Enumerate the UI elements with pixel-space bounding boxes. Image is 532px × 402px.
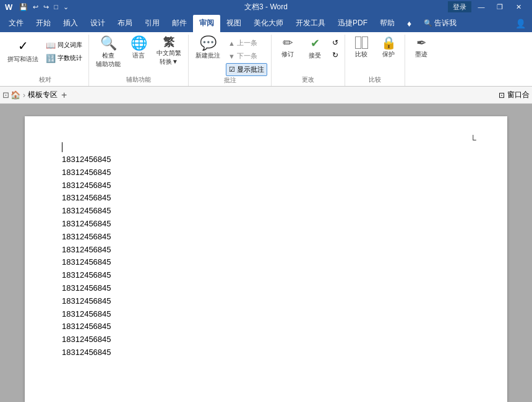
doc-line-8[interactable]: 18312456845 <box>62 244 470 257</box>
nav-back-icon[interactable]: ⊡ <box>2 90 9 100</box>
tab-user[interactable]: 👤 <box>509 15 532 32</box>
group-changes-label: 更改 <box>275 75 341 86</box>
doc-line-15[interactable]: 18312456845 <box>62 333 470 346</box>
tab-view[interactable]: 视图 <box>220 15 247 32</box>
tab-tellme[interactable]: 🔍告诉我 <box>418 15 463 32</box>
doc-line-10[interactable]: 18312456845 <box>62 269 470 282</box>
btn-accept[interactable]: ✔ 接受 <box>302 35 327 62</box>
ribbon-tabs: 文件 开始 插入 设计 布局 引用 邮件 审阅 视图 美化大师 开发工具 迅捷P… <box>0 14 532 32</box>
doc-content[interactable]: 18312456845 18312456845 18312456845 1831… <box>62 141 470 359</box>
btn-new-comment[interactable]: 💬 新建批注 <box>192 35 223 62</box>
qa-dropdown[interactable]: ⌄ <box>61 2 71 12</box>
btn-compare[interactable]: 比较 <box>349 35 374 61</box>
group-ink-content: ✒ 墨迹 <box>409 35 434 84</box>
title-bar: W 💾 ↩ ↪ □ ⌄ 文档3 - Word 登录 — ❐ ✕ <box>0 0 532 14</box>
text-cursor <box>62 142 62 152</box>
btn-simp-trad[interactable]: 繁 中文简繁转换▼ <box>153 35 184 68</box>
doc-line-14[interactable]: 18312456845 <box>62 320 470 333</box>
tab-mailing[interactable]: 邮件 <box>166 15 193 32</box>
qa-save[interactable]: 💾 <box>17 2 30 12</box>
btn-prev-comment[interactable]: ▲ 上一条 <box>226 37 267 49</box>
group-compare-content: 比较 🔒 保护 <box>349 35 401 75</box>
title-bar-title: 文档3 - Word <box>244 2 288 12</box>
group-accessibility-label: 辅助功能 <box>93 75 184 86</box>
btn-language[interactable]: 🌐 语言 <box>126 35 151 62</box>
btn-ink[interactable]: ✒ 墨迹 <box>409 35 434 61</box>
corner-mark-right: └ <box>470 135 476 145</box>
title-bar-left: W 💾 ↩ ↪ □ ⌄ <box>5 2 71 12</box>
btn-thesaurus[interactable]: 📖 同义词库 <box>43 40 85 51</box>
tab-layout[interactable]: 布局 <box>111 15 139 32</box>
group-accessibility-content: 🔍 检查辅助功能 🌐 语言 繁 中文简繁转换▼ <box>93 35 184 75</box>
close-button[interactable]: ✕ <box>510 1 527 13</box>
tab-beautify[interactable]: 美化大师 <box>247 15 290 32</box>
doc-line-2[interactable]: 18312456845 <box>62 166 470 179</box>
doc-page[interactable]: └ 18312456845 18312456845 18312456845 18… <box>25 116 507 402</box>
group-ink: ✒ 墨迹 <box>405 35 437 86</box>
group-proofing-label: 校对 <box>5 75 85 86</box>
restore-button[interactable]: ❐ <box>491 1 508 13</box>
doc-area: └ 18312456845 18312456845 18312456845 18… <box>0 104 532 402</box>
group-proofing: ✓ 拼写和语法 📖 同义词库 🔢 字数统计 校对 <box>1 35 89 86</box>
tab-design[interactable]: 设计 <box>84 15 111 32</box>
qa-undo[interactable]: ↩ <box>31 2 40 12</box>
btn-protect[interactable]: 🔒 保护 <box>376 35 401 61</box>
btn-changes-2[interactable]: ↻ <box>330 49 341 61</box>
group-changes-content: ✏ 修订 ✔ 接受 ↺ ↻ <box>275 35 341 75</box>
tab-pdf[interactable]: 迅捷PDF <box>332 15 374 32</box>
window-merge-btn[interactable]: 窗口合 <box>507 90 530 100</box>
btn-next-comment[interactable]: ▼ 下一条 <box>226 50 267 62</box>
doc-line-16[interactable]: 18312456845 <box>62 346 470 359</box>
tab-references[interactable]: 引用 <box>139 15 166 32</box>
minimize-button[interactable]: — <box>473 1 490 13</box>
toolbar-right: ⊡ 窗口合 <box>499 90 530 100</box>
btn-spelling[interactable]: ✓ 拼写和语法 <box>5 37 41 65</box>
ribbon: ✓ 拼写和语法 📖 同义词库 🔢 字数统计 校对 <box>0 32 532 87</box>
btn-changes-1[interactable]: ↺ <box>330 37 341 48</box>
window-icon[interactable]: ⊡ <box>499 91 505 100</box>
breadcrumb-item-template[interactable]: 模板专区 <box>28 90 58 100</box>
tab-diamond[interactable]: ♦ <box>401 15 418 32</box>
doc-line-7[interactable]: 18312456845 <box>62 231 470 244</box>
group-ink-label <box>409 84 434 86</box>
doc-line-3[interactable]: 18312456845 <box>62 179 470 192</box>
doc-line-6[interactable]: 18312456845 <box>62 218 470 231</box>
breadcrumb-separator: › <box>23 91 25 100</box>
qa-redo[interactable]: ↪ <box>41 2 51 12</box>
doc-line-1[interactable]: 18312456845 <box>62 153 470 166</box>
word-icon: W <box>5 2 12 12</box>
tab-review[interactable]: 审阅 <box>193 15 220 32</box>
tab-developer[interactable]: 开发工具 <box>290 15 332 32</box>
group-comment-content: 💬 新建批注 ▲ 上一条 ▼ 下一条 ☑ 显示批注 <box>192 35 267 76</box>
btn-check-accessibility[interactable]: 🔍 检查辅助功能 <box>93 35 124 71</box>
doc-line-5[interactable]: 18312456845 <box>62 205 470 218</box>
title-bar-right: 登录 — ❐ ✕ <box>448 1 527 13</box>
tab-help[interactable]: 帮助 <box>374 15 401 32</box>
btn-show-comments[interactable]: ☑ 显示批注 <box>226 63 267 76</box>
group-proofing-content: ✓ 拼写和语法 📖 同义词库 🔢 字数统计 <box>5 35 85 75</box>
doc-line-11[interactable]: 18312456845 <box>62 282 470 295</box>
quick-access-toolbar: 💾 ↩ ↪ □ ⌄ <box>17 2 71 12</box>
tab-insert[interactable]: 插入 <box>57 15 84 32</box>
tab-home[interactable]: 开始 <box>30 15 57 32</box>
group-compare-label: 比较 <box>349 75 401 86</box>
group-comment: 💬 新建批注 ▲ 上一条 ▼ 下一条 ☑ 显示批注 批注 <box>189 35 272 86</box>
doc-line-12[interactable]: 18312456845 <box>62 295 470 308</box>
group-comment-label: 批注 <box>192 76 267 87</box>
toolbar-area: ⊡ 🏠 › 模板专区 + ⊡ 窗口合 <box>0 87 532 104</box>
qa-auto-save[interactable]: □ <box>52 2 60 12</box>
login-button[interactable]: 登录 <box>448 1 471 12</box>
nav-home-icon[interactable]: 🏠 <box>11 90 20 100</box>
doc-line-13[interactable]: 18312456845 <box>62 308 470 321</box>
btn-track-changes[interactable]: ✏ 修订 <box>275 35 300 61</box>
doc-line-9[interactable]: 18312456845 <box>62 256 470 269</box>
tab-add-btn[interactable]: + <box>61 90 67 101</box>
group-accessibility: 🔍 检查辅助功能 🌐 语言 繁 中文简繁转换▼ 辅助功能 <box>89 35 189 86</box>
group-compare: 比较 🔒 保护 比较 <box>345 35 405 86</box>
tab-file[interactable]: 文件 <box>2 15 30 32</box>
btn-wordcount[interactable]: 🔢 字数统计 <box>43 53 85 64</box>
cursor-line <box>62 141 470 153</box>
doc-line-4[interactable]: 18312456845 <box>62 192 470 205</box>
group-changes: ✏ 修订 ✔ 接受 ↺ ↻ 更改 <box>272 35 345 86</box>
